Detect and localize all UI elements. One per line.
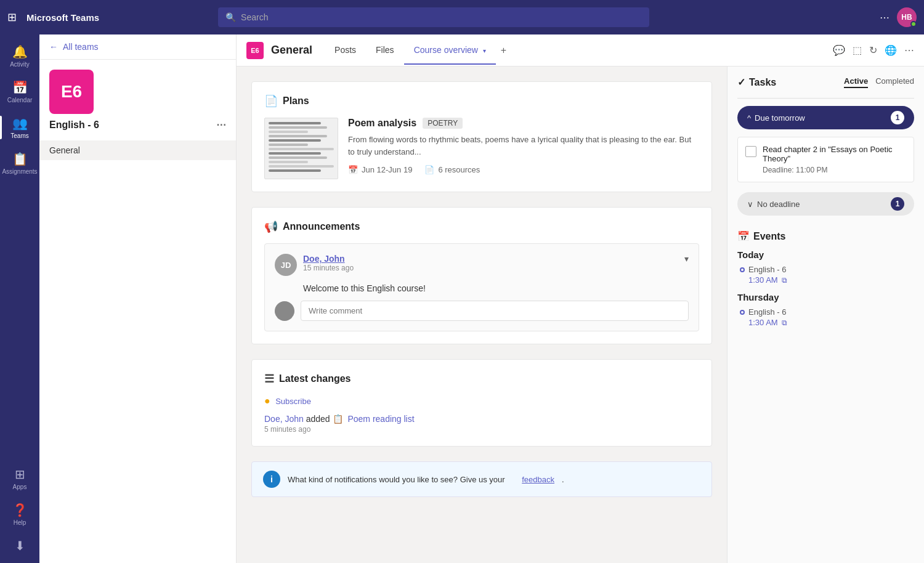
no-deadline-label: ∨ No deadline <box>747 200 800 209</box>
plans-title: 📄 Plans <box>264 94 699 108</box>
back-header: ← All teams <box>39 34 236 60</box>
channel-list-item-general[interactable]: General <box>39 140 236 160</box>
sidebar-nav: 🔔 Activity 📅 Calendar 👥 Teams 📋 Assignme… <box>0 34 39 563</box>
team-avatar: E6 <box>49 70 94 114</box>
events-calendar-icon: 📅 <box>737 230 750 242</box>
feedback-link[interactable]: feedback <box>522 475 554 484</box>
subscribe-row: ● Subscribe <box>264 395 699 407</box>
post-chevron-icon[interactable]: ▾ <box>684 254 689 264</box>
sidebar-item-calendar[interactable]: 📅 Calendar <box>0 75 39 108</box>
no-deadline-section[interactable]: ∨ No deadline 1 <box>737 192 914 216</box>
task-title: Read chapter 2 in "Essays on Poetic Theo… <box>763 145 906 163</box>
post-time: 15 minutes ago <box>303 264 354 272</box>
sidebar-item-help[interactable]: ❓ Help <box>0 498 39 531</box>
post-author-name[interactable]: Doe, John <box>303 254 354 264</box>
assignments-icon: 📋 <box>12 152 28 166</box>
avatar[interactable]: HB <box>897 7 917 27</box>
tab-posts[interactable]: Posts <box>325 36 366 65</box>
search-input[interactable] <box>241 12 642 22</box>
announcements-title: 📢 Announcements <box>264 220 699 233</box>
left-panel: ← All teams E6 English - 6 ⋯ General <box>39 34 237 563</box>
team-name-row: English - 6 ⋯ <box>49 119 226 131</box>
calendar-small-icon: 📅 <box>348 165 358 174</box>
plans-icon: 📄 <box>264 94 278 108</box>
event-name-today: English - 6 <box>740 265 914 274</box>
ellipsis-icon[interactable]: ⋯ <box>880 12 890 23</box>
change-item-link[interactable]: Poem reading list <box>347 414 414 424</box>
sidebar-item-label-apps: Apps <box>13 484 27 490</box>
back-arrow-icon[interactable]: ← <box>49 42 58 52</box>
announcements-icon: 📢 <box>264 220 278 233</box>
announcement-post: JD Doe, John 15 minutes ago ▾ Welcome to… <box>264 243 699 331</box>
tasks-title: ✓ Tasks <box>737 76 776 88</box>
thumb-line-4 <box>269 135 327 137</box>
more-options-icon[interactable]: ⋯ <box>904 44 914 56</box>
apps-icon: ⊞ <box>15 467 25 482</box>
change-time: 5 minutes ago <box>264 425 699 434</box>
search-icon: 🔍 <box>225 12 236 22</box>
channel-name: General <box>271 44 312 57</box>
status-dot <box>910 21 917 27</box>
help-icon: ❓ <box>12 503 28 517</box>
copy-icon-today[interactable]: ⧉ <box>782 276 787 285</box>
post-header: JD Doe, John 15 minutes ago ▾ <box>275 254 689 276</box>
events-section: 📅 Events Today English - 6 1:30 AM ⧉ <box>737 230 914 334</box>
thumb-line-9 <box>269 156 327 159</box>
subscribe-link[interactable]: Subscribe <box>275 397 311 406</box>
thumb-line-2 <box>269 126 327 129</box>
sidebar-item-activity[interactable]: 🔔 Activity <box>0 39 39 73</box>
event-item-thursday[interactable]: English - 6 1:30 AM ⧉ <box>737 307 914 327</box>
expand-icon[interactable]: ⬚ <box>853 44 862 56</box>
thumb-line-7 <box>269 148 334 150</box>
sidebar-item-label-assignments: Assignments <box>2 168 37 175</box>
copy-icon-thursday[interactable]: ⧉ <box>782 318 787 327</box>
plan-info: Poem analysis POETRY From flowing words … <box>348 118 699 174</box>
tab-files[interactable]: Files <box>366 36 404 65</box>
sidebar-item-assignments[interactable]: 📋 Assignments <box>0 147 39 180</box>
latest-changes-title: ☰ Latest changes <box>264 372 699 386</box>
sidebar-item-teams[interactable]: 👥 Teams <box>0 111 39 144</box>
change-author[interactable]: Doe, John <box>264 414 304 424</box>
sidebar-item-downloads[interactable]: ⬇ <box>0 533 39 558</box>
plan-thumbnail <box>264 118 338 179</box>
thumb-line-11 <box>269 165 334 168</box>
chevron-down-icon: ∨ <box>747 200 753 209</box>
latest-changes-section: ☰ Latest changes ● Subscribe Doe, John a… <box>251 359 712 447</box>
event-item-today[interactable]: English - 6 1:30 AM ⧉ <box>737 265 914 285</box>
all-teams-link[interactable]: All teams <box>63 42 99 52</box>
post-body: Welcome to this English course! <box>275 283 689 293</box>
right-panel: ✓ Tasks Active Completed ^ Due tomorrow <box>727 67 924 563</box>
tab-course-overview[interactable]: Course overview ▾ <box>404 36 496 65</box>
task-checkbox[interactable] <box>745 146 756 157</box>
subscribe-dot-icon: ● <box>264 395 270 406</box>
notify-text: What kind of notifications would you lik… <box>288 475 505 484</box>
app-title: Microsoft Teams <box>26 12 99 23</box>
chat-icon[interactable]: 💬 <box>833 44 845 56</box>
due-tomorrow-label: ^ Due tomorrow <box>747 113 805 123</box>
plan-description: From flowing words to rhythmic beats, po… <box>348 134 699 158</box>
sidebar-item-apps[interactable]: ⊞ Apps <box>0 462 39 495</box>
main-scroll: 📄 Plans <box>237 67 727 563</box>
plan-card[interactable]: Poem analysis POETRY From flowing words … <box>264 118 699 179</box>
refresh-icon[interactable]: ↻ <box>869 44 877 56</box>
tasks-tab-completed[interactable]: Completed <box>875 76 914 88</box>
search-bar[interactable]: 🔍 <box>218 7 649 27</box>
change-item-icon: 📋 <box>333 414 343 424</box>
tasks-header: ✓ Tasks Active Completed <box>737 76 914 88</box>
globe-icon[interactable]: 🌐 <box>885 44 897 56</box>
comment-input[interactable] <box>301 301 689 321</box>
plan-title: Poem analysis <box>348 118 416 129</box>
info-icon: i <box>263 471 280 488</box>
due-tomorrow-section[interactable]: ^ Due tomorrow 1 <box>737 106 914 129</box>
grid-icon[interactable]: ⊞ <box>7 10 17 24</box>
team-card: E6 English - 6 ⋯ <box>39 60 236 140</box>
task-item[interactable]: Read chapter 2 in "Essays on Poetic Theo… <box>737 137 914 182</box>
add-tab-button[interactable]: + <box>496 40 511 61</box>
task-info: Read chapter 2 in "Essays on Poetic Theo… <box>763 145 906 174</box>
plan-title-row: Poem analysis POETRY <box>348 118 699 129</box>
tasks-divider <box>737 98 914 99</box>
no-deadline-count: 1 <box>891 197 904 211</box>
team-options-button[interactable]: ⋯ <box>216 119 226 131</box>
thumb-line-12 <box>269 169 321 172</box>
tasks-tab-active[interactable]: Active <box>844 76 868 88</box>
